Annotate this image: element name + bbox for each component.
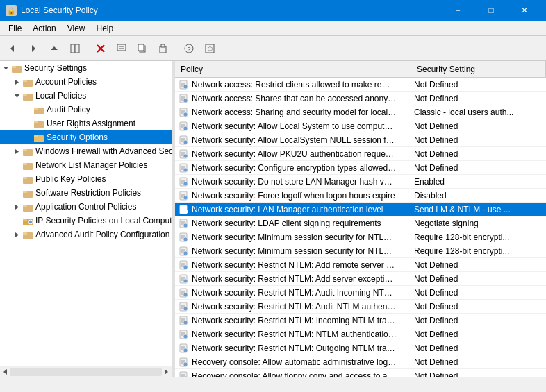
setting-value: Negotiate signing — [411, 216, 546, 230]
app-icon: 🔒 — [6, 5, 17, 16]
tree-toggle-advanced-audit[interactable] — [11, 228, 22, 241]
table-row[interactable]: Network security: LAN Manager authentica… — [175, 203, 546, 216]
paste-button[interactable] — [154, 39, 173, 58]
setting-column-header[interactable]: Security Setting — [411, 61, 546, 77]
svg-rect-20 — [12, 66, 16, 68]
svg-point-92 — [183, 182, 188, 186]
table-row[interactable]: Network security: LDAP client signing re… — [175, 216, 546, 230]
policy-cell: Network access: Shares that can be acces… — [175, 92, 411, 105]
tree-toggle-account-policies[interactable] — [11, 75, 22, 89]
policy-column-header[interactable]: Policy — [175, 61, 411, 77]
tree-item-user-rights[interactable]: User Rights Assignment — [0, 117, 172, 130]
copy-button[interactable] — [133, 39, 152, 58]
menu-action[interactable]: Action — [27, 22, 61, 35]
export-button[interactable]: ⬡ — [200, 39, 220, 58]
table-row[interactable]: Network security: Minimum session securi… — [175, 230, 546, 244]
table-row[interactable]: Network access: Shares that can be acces… — [175, 92, 546, 105]
tree-item-audit-policy[interactable]: Audit Policy — [0, 103, 172, 117]
main-content: Security SettingsAccount PoliciesLocal P… — [0, 61, 546, 377]
svg-point-127 — [183, 279, 188, 283]
table-row[interactable]: Network security: Restrict NTLM: Outgoin… — [175, 341, 546, 355]
setting-value: Not Defined — [411, 78, 546, 91]
scroll-left-icon[interactable] — [1, 368, 10, 376]
toolbar: ? ⬡ — [0, 36, 546, 61]
scroll-right-icon[interactable] — [162, 368, 170, 376]
horizontal-scrollbar[interactable] — [10, 368, 162, 376]
svg-rect-13 — [161, 44, 165, 47]
properties-button[interactable] — [112, 39, 131, 58]
table-row[interactable]: Network security: Allow LocalSystem NULL… — [175, 133, 546, 147]
svg-point-147 — [183, 334, 188, 339]
policy-icon — [178, 79, 189, 90]
forward-button[interactable] — [24, 39, 43, 58]
setting-value: Require 128-bit encrypti... — [411, 244, 546, 257]
table-row[interactable]: Network security: Restrict NTLM: Audit N… — [175, 300, 546, 314]
close-button[interactable]: ✕ — [508, 0, 540, 21]
table-row[interactable]: Recovery console: Allow floppy copy and … — [175, 369, 546, 377]
table-row[interactable]: Network security: Restrict NTLM: Add rem… — [175, 258, 546, 272]
policy-name: Recovery console: Allow floppy copy and … — [192, 371, 397, 377]
svg-point-157 — [183, 362, 188, 366]
setting-value: Not Defined — [411, 314, 546, 327]
tree-toggle-security-settings[interactable] — [0, 61, 11, 75]
setting-text: Send LM & NTLM - use ... — [414, 205, 511, 214]
maximize-button[interactable]: □ — [475, 0, 507, 21]
svg-point-102 — [183, 210, 188, 214]
tree-item-account-policies[interactable]: Account Policies — [0, 75, 172, 89]
tree-item-software-restriction[interactable]: Software Restriction Policies — [0, 186, 172, 200]
tree-item-security-settings[interactable]: Security Settings — [0, 61, 172, 75]
table-row[interactable]: Network security: Restrict NTLM: Audit I… — [175, 286, 546, 300]
right-panel: Policy Security Setting Network access: … — [175, 61, 546, 377]
policy-icon — [178, 343, 189, 354]
table-row[interactable]: Network security: Restrict NTLM: Incomin… — [175, 314, 546, 327]
table-row[interactable]: Network security: Allow Local System to … — [175, 119, 546, 133]
tree-item-local-policies[interactable]: Local Policies — [0, 89, 172, 103]
up-button[interactable] — [44, 39, 64, 58]
svg-marker-24 — [15, 94, 19, 98]
policy-icon — [178, 148, 189, 160]
table-row[interactable]: Network security: Configure encryption t… — [175, 161, 546, 175]
svg-marker-1 — [32, 45, 35, 52]
tree-toggle-local-policies[interactable] — [11, 89, 22, 103]
policy-icon — [178, 121, 189, 132]
tree-item-advanced-audit[interactable]: Advanced Audit Policy Configuration — [0, 228, 172, 241]
table-row[interactable]: Recovery console: Allow automatic admini… — [175, 355, 546, 369]
tree-label-application-control: Application Control Policies — [35, 202, 136, 212]
back-button[interactable] — [3, 39, 22, 58]
setting-value: Not Defined — [411, 355, 546, 368]
policy-name: Network access: Sharing and security mod… — [192, 108, 397, 117]
table-row[interactable]: Network access: Sharing and security mod… — [175, 105, 546, 119]
table-row[interactable]: Network security: Allow PKU2U authentica… — [175, 147, 546, 161]
table-row[interactable]: Network security: Do not store LAN Manag… — [175, 175, 546, 189]
help-button[interactable]: ? — [179, 39, 199, 58]
svg-rect-28 — [34, 108, 38, 110]
tree-item-windows-firewall[interactable]: Windows Firewall with Advanced Secu... — [0, 144, 172, 158]
table-row[interactable]: Network security: Minimum session securi… — [175, 244, 546, 258]
menu-view[interactable]: View — [62, 22, 91, 35]
setting-value: Enabled — [411, 175, 546, 188]
setting-text: Not Defined — [414, 357, 458, 367]
menu-file[interactable]: File — [3, 22, 27, 35]
tree-label-software-restriction: Software Restriction Policies — [35, 188, 141, 198]
tree-item-network-list[interactable]: Network List Manager Policies — [0, 158, 172, 172]
tree-item-application-control[interactable]: Application Control Policies — [0, 200, 172, 214]
menu-help[interactable]: Help — [91, 22, 119, 35]
show-hide-tree-button[interactable] — [65, 39, 85, 58]
table-row[interactable]: Network security: Force logoff when logo… — [175, 189, 546, 203]
tree-toggle-application-control[interactable] — [11, 200, 22, 214]
policy-name: Network security: Allow PKU2U authentica… — [192, 149, 397, 159]
tree-item-ip-security[interactable]: IP Security Policies on Local Compute... — [0, 214, 172, 228]
minimize-button[interactable]: − — [442, 0, 474, 21]
svg-rect-37 — [23, 163, 27, 165]
table-row[interactable]: Network security: Restrict NTLM: NTLM au… — [175, 327, 546, 341]
table-row[interactable]: Network security: Restrict NTLM: Add ser… — [175, 272, 546, 286]
tree-item-security-options[interactable]: Security Options — [0, 130, 172, 144]
svg-point-112 — [183, 237, 188, 241]
policy-icon — [178, 273, 189, 284]
tree-toggle-windows-firewall[interactable] — [11, 144, 22, 158]
tree-item-public-key[interactable]: Public Key Policies — [0, 172, 172, 186]
delete-button[interactable] — [91, 39, 110, 58]
table-row[interactable]: Network access: Restrict clients allowed… — [175, 78, 546, 92]
svg-point-107 — [183, 223, 188, 228]
policy-icon — [178, 246, 189, 257]
